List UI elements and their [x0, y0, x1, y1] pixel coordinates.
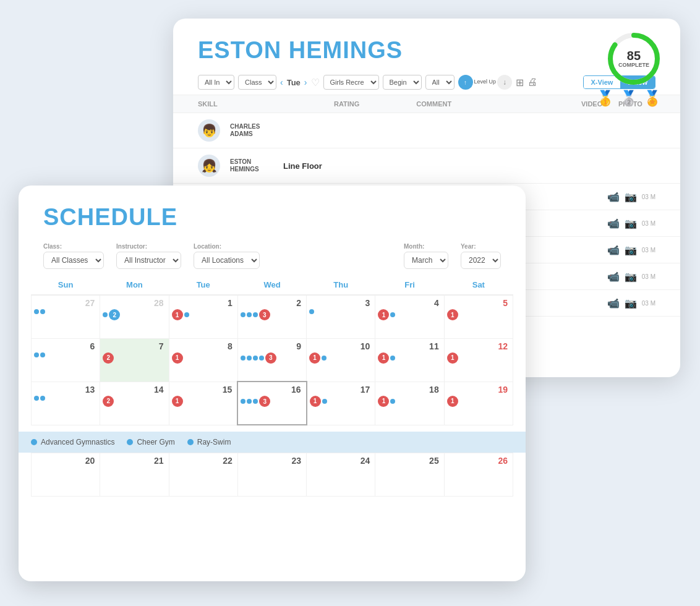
day-26[interactable]: 26 [444, 453, 513, 497]
date-2: 03 M [642, 220, 655, 227]
col-mon: Mon [100, 275, 169, 295]
day-19[interactable]: 19 1 [444, 382, 513, 425]
progress-percent: 85 [618, 49, 649, 62]
day-25[interactable]: 25 [375, 453, 444, 497]
day-22[interactable]: 22 [169, 453, 237, 497]
day-27[interactable]: 27 [32, 295, 100, 338]
month-filter-group: Month: March [404, 243, 448, 269]
photo-icon-2[interactable]: 📷 [625, 218, 637, 229]
day-13[interactable]: 13 [32, 382, 100, 425]
col-sun: Sun [32, 275, 100, 295]
calendar-bottom: 20 21 22 23 24 25 [19, 453, 526, 503]
legend-dot-2 [127, 439, 133, 445]
grid-icon-btn[interactable]: ⊞ [516, 77, 524, 88]
badge: 1 [309, 352, 320, 364]
badge: 1 [310, 396, 321, 407]
location-select[interactable]: All Locations [194, 252, 260, 269]
badge: 1 [378, 352, 389, 364]
dot [241, 399, 245, 404]
badge: 1 [172, 352, 183, 364]
badge: 3 [265, 352, 276, 364]
day-6[interactable]: 6 [32, 338, 100, 382]
day-2[interactable]: 2 3 [237, 295, 306, 338]
class-label: Class: [43, 243, 104, 250]
front-card-header: SCHEDULE [19, 186, 526, 237]
photo-icon-1[interactable]: 📷 [625, 191, 637, 203]
day-15[interactable]: 15 1 [169, 382, 237, 425]
avatar-charles: 👦 [198, 119, 220, 142]
photo-icon-4[interactable]: 📷 [625, 271, 637, 283]
class-select[interactable]: All Classes [43, 252, 104, 269]
day-14[interactable]: 14 2 [100, 382, 169, 425]
filter-class[interactable]: Class [238, 75, 276, 90]
day-18[interactable]: 18 1 [375, 382, 444, 425]
month-select[interactable]: March [404, 252, 448, 269]
class-filter-group: Class: All Classes [43, 243, 104, 269]
day-8[interactable]: 8 1 [169, 338, 237, 382]
dot [247, 399, 252, 404]
badge: 1 [172, 309, 183, 320]
badge: 1 [447, 352, 458, 364]
name-charles: CHARLES ADAMS [230, 123, 273, 138]
day-5[interactable]: 5 1 [444, 295, 513, 338]
dot [34, 352, 39, 357]
video-icon-4[interactable]: 📹 [607, 271, 620, 283]
progress-circle-inner: 85 COMPLETE [618, 49, 649, 68]
level-up-btn[interactable]: ↑ [458, 75, 473, 90]
legend-label-1: Advanced Gymnastics [41, 438, 114, 446]
day-21[interactable]: 21 [100, 453, 169, 497]
week-row-1: 27 28 2 1 [32, 295, 513, 338]
video-icon-1[interactable]: 📹 [607, 191, 620, 203]
photo-icon-5[interactable]: 📷 [625, 297, 637, 309]
col-skill: Skill [198, 100, 334, 108]
progress-circle: 85 COMPLETE [606, 31, 662, 87]
day-17[interactable]: 17 1 [307, 382, 375, 425]
instructor-select[interactable]: All Instructor [116, 252, 181, 269]
col-sat: Sat [444, 275, 513, 295]
month-label: Month: [404, 243, 448, 250]
calendar-table: Sun Mon Tue Wed Thu Fri Sat 27 [31, 275, 513, 425]
print-icon-btn[interactable]: 🖨 [527, 77, 537, 88]
day-prev-btn[interactable]: ‹ [280, 77, 283, 87]
col-tue: Tue [169, 275, 237, 295]
day-11[interactable]: 11 1 [375, 338, 444, 382]
day-next-btn[interactable]: › [304, 77, 307, 87]
skill-line-floor: Line Floor [283, 161, 655, 171]
day-24[interactable]: 24 [307, 453, 375, 497]
photo-icon-3[interactable]: 📷 [625, 244, 637, 256]
day-4[interactable]: 4 1 [375, 295, 444, 338]
badge: 2 [103, 396, 114, 407]
heart-btn[interactable]: ♡ [311, 77, 320, 88]
schedule-filters: Class: All Classes Instructor: All Instr… [19, 237, 526, 275]
day-9[interactable]: 9 3 [237, 338, 306, 382]
day-7[interactable]: 7 2 [100, 338, 169, 382]
day-28[interactable]: 28 2 [100, 295, 169, 338]
day-12[interactable]: 12 1 [444, 338, 513, 382]
video-icon-5[interactable]: 📹 [607, 297, 620, 309]
badge: 1 [172, 396, 183, 407]
dot [247, 356, 252, 361]
legend-label-2: Cheer Gym [137, 438, 174, 446]
day-1[interactable]: 1 1 [169, 295, 237, 338]
schedule-title: SCHEDULE [43, 204, 501, 231]
filter-begin[interactable]: Begin [383, 75, 422, 90]
filter-girls-recre[interactable]: Girls Recre [323, 75, 379, 90]
dot [34, 396, 39, 401]
day-20[interactable]: 20 [32, 453, 100, 497]
current-day: Tue [287, 78, 301, 87]
filter-all-in[interactable]: All In [198, 75, 234, 90]
badge: 1 [378, 309, 389, 320]
filter-all[interactable]: All [425, 75, 455, 90]
video-icon-2[interactable]: 📹 [607, 218, 620, 229]
dot [253, 356, 258, 361]
legend-label-3: Ray-Swim [197, 438, 231, 446]
avatar-eston: 👧 [198, 155, 220, 177]
day-10[interactable]: 10 1 [307, 338, 375, 382]
level-down-btn[interactable]: ↓ [497, 75, 512, 90]
video-icon-3[interactable]: 📹 [607, 244, 620, 256]
day-3[interactable]: 3 [307, 295, 375, 338]
dot [241, 356, 245, 361]
day-23[interactable]: 23 [237, 453, 306, 497]
day-16[interactable]: 16 3 [237, 382, 306, 425]
year-select[interactable]: 2022 [461, 252, 501, 269]
